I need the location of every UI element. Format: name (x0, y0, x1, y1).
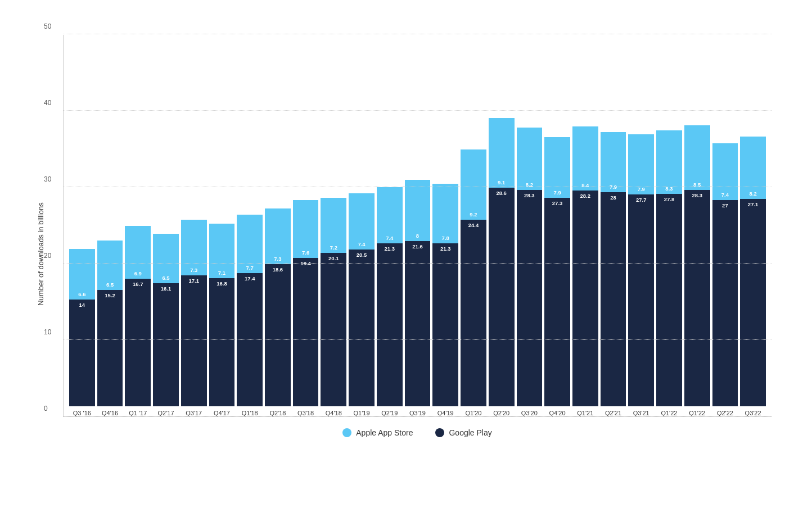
bar-apple-23: 7.4 (712, 143, 738, 200)
bar-apple-label-0: 6.6 (69, 291, 95, 297)
bar-group-16: 28.38.2Q3'20 (517, 128, 543, 416)
bar-google-label-8: 19.4 (293, 260, 319, 266)
apple-legend-dot (342, 428, 351, 437)
bar-apple-label-6: 7.7 (237, 265, 263, 271)
grid-line-20 (64, 263, 772, 264)
chart-area: 146.6Q3 '1615.26.5Q4'1616.76.9Q1 '1716.1… (63, 35, 772, 417)
bar-stack-16: 28.38.2 (517, 128, 543, 406)
bar-group-1: 15.26.5Q4'16 (97, 241, 123, 416)
grid-label-10: 10 (44, 328, 51, 336)
google-legend-label: Google Play (449, 428, 491, 437)
bar-google-12: 21.6 (405, 241, 431, 406)
bar-stack-14: 24.49.2 (461, 149, 486, 406)
grid-label-20: 20 (44, 252, 51, 260)
bar-google-17: 27.3 (544, 198, 570, 406)
bar-apple-label-10: 7.4 (349, 241, 375, 247)
bar-apple-17: 7.9 (544, 137, 570, 197)
bar-group-11: 21.37.4Q2'19 (377, 187, 403, 416)
bar-google-label-15: 28.6 (489, 190, 515, 196)
bar-apple-label-14: 9.2 (461, 211, 486, 217)
bar-google-label-10: 20.5 (349, 252, 375, 258)
bar-google-20: 27.7 (628, 194, 654, 406)
bar-group-12: 21.68Q3'19 (405, 180, 431, 416)
bar-apple-9: 7.2 (321, 198, 346, 253)
bar-stack-18: 28.28.4 (572, 126, 598, 406)
bar-group-22: 28.38.5Q1'22 (684, 125, 710, 416)
bar-stack-19: 287.9 (601, 132, 626, 406)
bar-google-label-1: 15.2 (97, 292, 123, 298)
bar-google-label-2: 16.7 (125, 281, 151, 287)
bar-apple-10: 7.4 (349, 193, 375, 250)
bar-apple-20: 7.9 (628, 134, 654, 194)
bar-google-label-24: 27.1 (740, 201, 766, 207)
bar-apple-18: 8.4 (572, 126, 598, 190)
bar-google-3: 16.1 (153, 283, 179, 406)
bar-stack-5: 16.87.1 (209, 224, 235, 406)
bar-apple-19: 7.9 (601, 132, 626, 192)
bar-apple-label-3: 6.5 (153, 275, 179, 281)
bar-google-label-16: 28.3 (517, 192, 543, 198)
bar-apple-label-12: 8 (405, 233, 431, 239)
bar-group-6: 17.47.7Q1'18 (237, 215, 263, 416)
bar-apple-4: 7.3 (181, 220, 207, 275)
bar-group-19: 287.9Q2'21 (601, 132, 626, 416)
grid-label-0: 0 (44, 405, 48, 412)
bar-group-13: 21.37.8Q4'19 (432, 184, 458, 416)
bar-stack-3: 16.16.5 (153, 234, 179, 406)
bar-apple-label-15: 9.1 (489, 179, 515, 185)
bar-stack-20: 27.77.9 (628, 134, 654, 406)
bar-apple-24: 8.2 (740, 137, 766, 199)
bar-apple-label-4: 7.3 (181, 267, 207, 273)
bar-apple-label-22: 8.5 (684, 182, 710, 188)
bar-stack-12: 21.68 (405, 180, 431, 406)
bar-apple-label-21: 8.3 (656, 185, 682, 192)
chart-container: Number of downloads in billions 146.6Q3 … (18, 12, 794, 496)
bar-apple-label-5: 7.1 (209, 270, 235, 276)
bar-group-24: 27.18.2Q3'22 (740, 137, 766, 416)
bar-apple-16: 8.2 (517, 128, 543, 190)
bar-stack-11: 21.37.4 (377, 187, 403, 406)
bar-apple-6: 7.7 (237, 215, 263, 274)
bar-group-21: 27.88.3Q1'22 (656, 130, 682, 416)
bar-group-2: 16.76.9Q1 '17 (125, 226, 151, 416)
bar-apple-21: 8.3 (656, 130, 682, 194)
bar-google-15: 28.6 (489, 188, 515, 406)
bar-stack-1: 15.26.5 (97, 241, 123, 406)
bar-google-label-6: 17.4 (237, 275, 263, 282)
bar-google-5: 16.8 (209, 278, 235, 406)
bar-stack-8: 19.47.6 (293, 200, 319, 406)
bar-stack-17: 27.37.9 (544, 137, 570, 406)
bar-group-9: 20.17.2Q4'18 (321, 198, 346, 416)
bar-apple-label-16: 8.2 (517, 182, 543, 188)
bar-google-7: 18.6 (265, 264, 291, 406)
bar-google-label-9: 20.1 (321, 255, 346, 261)
grid-label-30: 30 (44, 175, 51, 183)
bar-google-13: 21.3 (432, 243, 458, 406)
bar-google-10: 20.5 (349, 250, 375, 406)
bar-apple-3: 6.5 (153, 234, 179, 283)
bar-stack-15: 28.69.1 (489, 118, 515, 406)
bar-apple-11: 7.4 (377, 187, 403, 244)
grid-line-10 (64, 339, 772, 340)
bar-google-11: 21.3 (377, 243, 403, 406)
grid-line-50 (64, 34, 772, 34)
legend-google: Google Play (435, 428, 491, 437)
bar-google-8: 19.4 (293, 258, 319, 406)
bar-google-label-3: 16.1 (153, 285, 179, 292)
bar-apple-1: 6.5 (97, 241, 123, 290)
bar-apple-13: 7.8 (432, 184, 458, 243)
bar-google-label-18: 28.2 (572, 193, 598, 199)
bar-google-4: 17.1 (181, 275, 207, 406)
bar-stack-24: 27.18.2 (740, 137, 766, 406)
bar-group-10: 20.57.4Q1'19 (349, 193, 375, 416)
bar-apple-label-18: 8.4 (572, 182, 598, 188)
bar-apple-label-23: 7.4 (712, 192, 738, 198)
bar-stack-22: 28.38.5 (684, 125, 710, 406)
bar-google-21: 27.8 (656, 194, 682, 406)
bar-group-3: 16.16.5Q2'17 (153, 234, 179, 416)
bar-stack-10: 20.57.4 (349, 193, 375, 406)
bar-apple-label-19: 7.9 (601, 184, 626, 190)
bar-google-label-14: 24.4 (461, 222, 486, 228)
bar-apple-label-9: 7.2 (321, 244, 346, 251)
grid-label-50: 50 (44, 22, 51, 30)
